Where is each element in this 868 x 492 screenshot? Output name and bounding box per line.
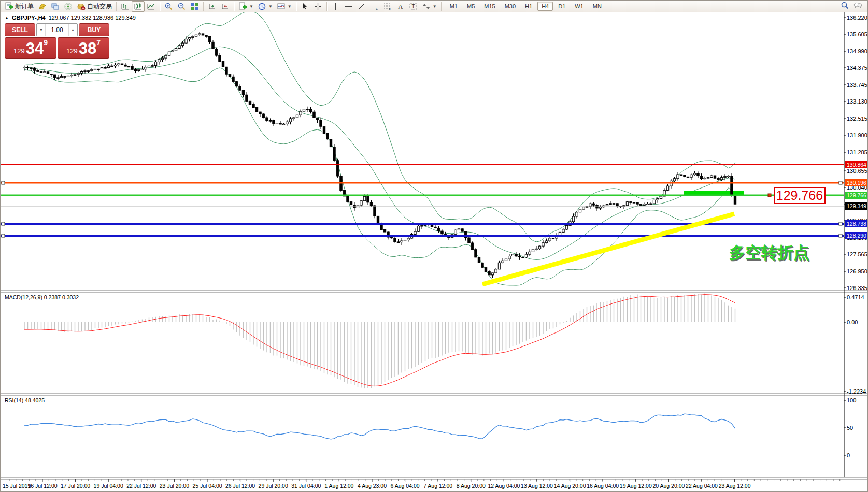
sell-price-panel[interactable]: 129 34 9	[5, 37, 56, 59]
search-icon[interactable]	[841, 1, 849, 12]
svg-text:134.375: 134.375	[847, 65, 867, 71]
svg-text:133.745: 133.745	[847, 82, 867, 88]
sell-button[interactable]: SELL	[5, 23, 35, 36]
toolbar-right-group	[841, 1, 866, 12]
symbol-period-label: GBPJPY-,H4	[12, 15, 46, 21]
svg-text:19 Jul 04:00: 19 Jul 04:00	[94, 483, 123, 489]
svg-text:132.515: 132.515	[847, 115, 867, 122]
svg-text:22 Jul 12:00: 22 Jul 12:00	[126, 483, 156, 489]
svg-text:7 Aug 12:00: 7 Aug 12:00	[423, 483, 452, 489]
vertical-line-tool-icon[interactable]	[329, 1, 342, 12]
turning-point-annotation[interactable]: 多空转折点	[729, 242, 809, 264]
toolbar-separator	[296, 2, 296, 11]
collapse-symbol-toggle[interactable]: ▲	[5, 16, 9, 20]
timeframe-button-m5[interactable]: M5	[463, 2, 479, 11]
svg-text:0.4714: 0.4714	[847, 294, 864, 300]
bar-chart-mode-icon[interactable]	[119, 1, 132, 12]
new-chart-dropdown[interactable]: ▼	[236, 1, 255, 12]
new-order-button[interactable]: 新订单	[3, 1, 36, 12]
periods-dropdown[interactable]: ▼	[255, 1, 275, 12]
chat-icon[interactable]	[853, 1, 862, 12]
crosshair-icon[interactable]	[311, 1, 324, 12]
timeframe-button-h1[interactable]: H1	[521, 2, 536, 11]
svg-text:130.864: 130.864	[847, 162, 866, 168]
buy-price-panel[interactable]: 129 38 7	[58, 37, 109, 59]
svg-text:133.130: 133.130	[847, 98, 867, 105]
svg-text:0: 0	[847, 452, 850, 458]
symbol-header: ▲ GBPJPY-,H4 129.067 129.382 128.986 129…	[5, 15, 136, 21]
text-tool-icon[interactable]: A	[394, 1, 407, 12]
fibonacci-tool-icon[interactable]: F	[381, 1, 394, 12]
market-watch-icon[interactable]	[36, 1, 49, 12]
timeframe-button-m15[interactable]: M15	[480, 2, 499, 11]
volume-input[interactable]	[46, 26, 68, 34]
autotrade-button[interactable]: 自动交易	[75, 1, 114, 12]
candlestick-mode-icon[interactable]	[132, 1, 145, 12]
ohlc-readout: 129.067 129.382 128.986 129.349	[49, 15, 136, 21]
price-callout-label[interactable]: 129.766	[774, 187, 826, 204]
svg-text:17 Jul 20:00: 17 Jul 20:00	[61, 483, 90, 489]
buy-price-prefix: 129	[66, 46, 78, 56]
svg-text:22 Aug 04:00: 22 Aug 04:00	[686, 483, 718, 489]
svg-text:130.655: 130.655	[847, 168, 867, 174]
new-order-icon	[5, 2, 13, 11]
svg-text:100: 100	[847, 397, 856, 403]
indicators-dropdown[interactable]: ▼	[275, 1, 294, 12]
buy-price-big: 38	[79, 40, 96, 56]
volume-decrease-button[interactable]: ▼	[37, 24, 46, 36]
timeframe-bar: M1M5M15M30H1H4D1W1MN	[446, 2, 606, 11]
toolbar-separator	[203, 2, 204, 11]
tile-windows-icon[interactable]	[188, 1, 201, 12]
auto-scroll-icon[interactable]	[219, 1, 232, 12]
arrows-dropdown[interactable]: ▼	[420, 1, 439, 12]
channel-tool-icon[interactable]: E	[368, 1, 381, 12]
toolbar-separator	[116, 2, 117, 11]
toolbar-separator	[160, 2, 160, 11]
horizontal-line-tool-icon[interactable]	[342, 1, 355, 12]
svg-text:T: T	[411, 4, 415, 9]
svg-text:126.335: 126.335	[847, 285, 867, 291]
svg-text:A: A	[398, 3, 403, 10]
timeframe-button-d1[interactable]: D1	[554, 2, 570, 11]
svg-text:8 Aug 20:00: 8 Aug 20:00	[457, 483, 486, 489]
timeframe-button-m30[interactable]: M30	[501, 2, 520, 11]
volume-stepper: ▼ ▲	[36, 23, 78, 36]
terminals-icon[interactable]	[49, 1, 62, 12]
timeframe-button-w1[interactable]: W1	[571, 2, 588, 11]
autotrade-icon	[77, 2, 86, 11]
trendline-tool-icon[interactable]	[355, 1, 368, 12]
timeframe-button-m1[interactable]: M1	[446, 2, 462, 11]
new-order-label: 新订单	[15, 2, 34, 11]
zoom-out-icon[interactable]	[175, 1, 188, 12]
svg-text:126.950: 126.950	[847, 268, 867, 274]
zoom-in-icon[interactable]	[162, 1, 175, 12]
volume-increase-button[interactable]: ▲	[68, 24, 77, 36]
svg-text:136.220: 136.220	[847, 15, 867, 21]
toolbar-separator	[441, 2, 442, 11]
label-tool-icon[interactable]: T	[407, 1, 420, 12]
svg-text:E: E	[376, 7, 378, 10]
svg-text:1 Aug 12:00: 1 Aug 12:00	[324, 483, 353, 489]
cursor-icon[interactable]	[298, 1, 311, 12]
signal-icon[interactable]	[62, 1, 75, 12]
buy-button[interactable]: BUY	[79, 23, 109, 36]
svg-text:16 Aug 04:00: 16 Aug 04:00	[587, 483, 619, 489]
svg-text:129.349: 129.349	[847, 203, 866, 209]
sell-price-big: 34	[26, 40, 44, 56]
svg-text:50: 50	[847, 425, 853, 431]
svg-text:15 Jul 2019: 15 Jul 2019	[3, 483, 31, 489]
autotrade-label: 自动交易	[87, 2, 112, 11]
chevron-down-icon: ▼	[249, 4, 253, 9]
timeframe-button-h4[interactable]: H4	[537, 2, 553, 11]
svg-text:127.565: 127.565	[847, 251, 867, 257]
svg-text:128.290: 128.290	[847, 233, 866, 239]
chevron-down-icon: ▼	[433, 4, 437, 9]
svg-text:23 Jul 20:00: 23 Jul 20:00	[160, 483, 189, 489]
line-chart-mode-icon[interactable]	[145, 1, 158, 12]
svg-text:-1.2234: -1.2234	[847, 388, 866, 395]
svg-text:19 Aug 12:00: 19 Aug 12:00	[620, 483, 652, 489]
chevron-down-icon: ▼	[288, 4, 292, 9]
sell-price-prefix: 129	[13, 46, 25, 56]
timeframe-button-mn[interactable]: MN	[589, 2, 606, 11]
chart-shift-icon[interactable]	[206, 1, 219, 12]
